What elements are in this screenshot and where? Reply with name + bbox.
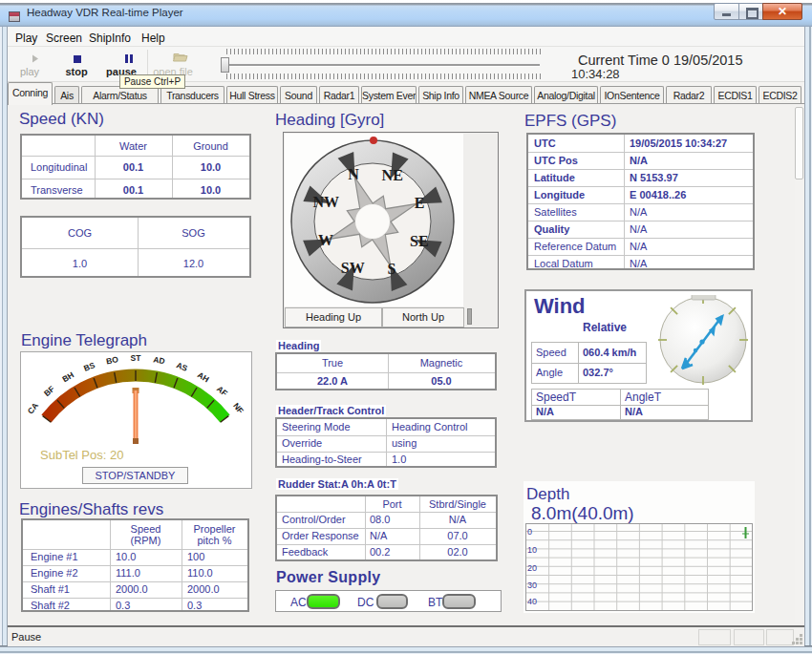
svg-text:AH: AH — [196, 369, 211, 384]
svg-text:ST: ST — [131, 353, 142, 363]
svg-text:W: W — [318, 232, 333, 248]
svg-text:CA: CA — [26, 401, 40, 416]
svg-text:AD: AD — [153, 354, 166, 366]
svg-text:NF: NF — [231, 401, 246, 415]
svg-text:E: E — [415, 195, 425, 211]
svg-text:40: 40 — [527, 597, 537, 606]
svg-text:NE: NE — [382, 167, 403, 183]
svg-text:BH: BH — [60, 369, 75, 384]
svg-text:N: N — [348, 166, 359, 182]
svg-text:BF: BF — [42, 384, 56, 398]
svg-text:30: 30 — [527, 580, 537, 590]
svg-text:BO: BO — [105, 354, 119, 366]
svg-text:NW: NW — [312, 194, 339, 210]
svg-text:20: 20 — [527, 563, 537, 573]
svg-text:BS: BS — [82, 360, 96, 373]
svg-text:SE: SE — [410, 233, 429, 249]
svg-text:SW: SW — [341, 260, 365, 276]
svg-text:AS: AS — [175, 360, 189, 373]
svg-text:10: 10 — [527, 545, 537, 555]
svg-text:S: S — [387, 261, 395, 277]
svg-text:0: 0 — [527, 527, 532, 537]
svg-text:AF: AF — [215, 384, 229, 398]
